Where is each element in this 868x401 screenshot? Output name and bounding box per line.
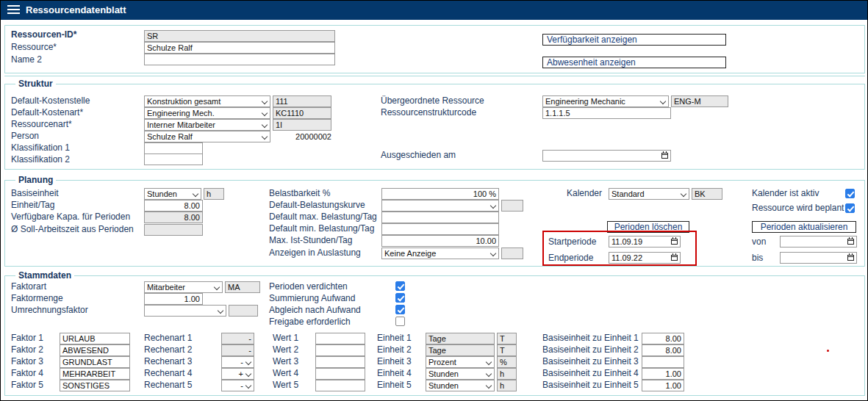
- ressourcenart-label: Ressourcenart*: [11, 119, 72, 130]
- einheit-dropdown[interactable]: Stunden: [426, 380, 495, 391]
- faktor-field[interactable]: SONSTIGES: [60, 380, 130, 391]
- rechenart-dropdown[interactable]: -: [221, 380, 254, 391]
- einheit-dropdown[interactable]: Prozent: [426, 356, 495, 368]
- rechenart-label: Rechenart 2: [144, 344, 192, 355]
- chevron-down-icon: [681, 191, 686, 197]
- faktor-field[interactable]: ABWESEND: [60, 344, 130, 356]
- faktor-field[interactable]: GRUNDLAST: [60, 356, 130, 368]
- startperiode-date-field[interactable]: 11.09.19: [609, 236, 681, 248]
- resource-id-field: SR: [144, 30, 335, 42]
- min-belastung-field[interactable]: [381, 223, 499, 235]
- faktorart-value: Mitarbeiter: [147, 283, 185, 292]
- default-kostenstelle-value: Konstruktion gesamt: [147, 97, 220, 106]
- faktor-row-label: Faktor 1: [11, 333, 43, 344]
- klassifikation1-field[interactable]: [144, 142, 203, 154]
- default-kostenstelle-dropdown[interactable]: Konstruktion gesamt: [144, 95, 270, 107]
- rechenart-dropdown[interactable]: -: [221, 356, 254, 368]
- title-bar: Ressourcendatenblatt: [1, 1, 867, 20]
- basiseinheit-dropdown[interactable]: Stunden: [144, 188, 201, 200]
- beplant-checkbox[interactable]: [845, 203, 855, 213]
- default-kostenart-label: Default-Kostenart*: [11, 107, 83, 118]
- chevron-down-icon: [193, 191, 198, 197]
- belastungskurve-dropdown[interactable]: [381, 200, 499, 212]
- uebergeordnete-ressource-dropdown[interactable]: Engineering Mechanic: [542, 95, 669, 107]
- wert-field[interactable]: [315, 344, 365, 356]
- chevron-down-icon: [245, 371, 251, 377]
- basiseinheit-zu-einheit-field[interactable]: 1.00: [642, 380, 684, 391]
- einheit-tag-field[interactable]: 8.00: [144, 200, 203, 212]
- auslastung-label: Anzeigen in Auslastung: [269, 248, 361, 259]
- rechenart-dropdown[interactable]: +: [221, 368, 254, 380]
- basiseinheit-zu-einheit-field[interactable]: [642, 356, 684, 368]
- calendar-icon[interactable]: [671, 239, 678, 245]
- freigabe-erforderlich-checkbox[interactable]: [395, 317, 405, 326]
- name2-label: Name 2: [11, 54, 42, 65]
- basiseinheit-zu-einheit-label: Basiseinheit zu Einheit 5: [542, 380, 639, 391]
- einheit-dropdown[interactable]: Stunden: [426, 368, 495, 380]
- basiseinheit-zu-einheit-field[interactable]: 1.00: [642, 368, 684, 380]
- faktor-row-label: Faktor 3: [11, 356, 43, 367]
- max-belastung-field[interactable]: [381, 212, 499, 223]
- wert-field[interactable]: [315, 333, 365, 344]
- perioden-loeschen-button[interactable]: Perioden löschen: [607, 221, 689, 233]
- belastungskurve-code-field: [501, 200, 523, 212]
- resource-id-label: Ressourcen-ID*: [11, 29, 76, 40]
- perioden-verdichten-checkbox[interactable]: [395, 281, 405, 291]
- bis-date-field[interactable]: [780, 252, 857, 264]
- klassifikation2-field[interactable]: [144, 153, 203, 165]
- wert-label: Wert 4: [273, 368, 298, 379]
- ressourcenstrukturcode-field[interactable]: 1.1.1.5: [542, 107, 671, 119]
- basiseinheit-zu-einheit-field[interactable]: 8.00: [642, 333, 684, 344]
- show-absence-button[interactable]: Abwesenheit anzeigen: [542, 57, 726, 68]
- wert-field[interactable]: [315, 356, 365, 368]
- wert-label: Wert 3: [273, 356, 298, 367]
- einheit-value: Stunden: [428, 369, 459, 378]
- faktormenge-label: Faktormenge: [11, 293, 63, 304]
- hamburger-menu-icon[interactable]: [7, 5, 20, 15]
- perioden-verdichten-label: Perioden verdichten: [269, 281, 348, 292]
- soll-arbeitszeit-field: [144, 224, 203, 236]
- einheit-value: Prozent: [428, 358, 456, 366]
- ist-stunden-field[interactable]: 10.00: [381, 235, 499, 247]
- umrechnungsfaktor-dropdown[interactable]: [144, 305, 226, 317]
- calendar-icon[interactable]: [847, 255, 854, 261]
- klassifikation2-label: Klassifikation 2: [11, 154, 70, 165]
- chevron-down-icon: [262, 134, 268, 140]
- faktor-row-label: Faktor 4: [11, 368, 43, 379]
- ausgeschieden-am-date-field[interactable]: [542, 150, 671, 162]
- show-availability-button[interactable]: Verfügbarkeit anzeigen: [542, 34, 726, 46]
- default-kostenart-dropdown[interactable]: Engineering Mech.: [144, 107, 270, 119]
- calendar-icon[interactable]: [847, 239, 854, 245]
- rechenart-field: -: [221, 344, 254, 356]
- chevron-down-icon: [262, 122, 268, 128]
- auslastung-dropdown[interactable]: Keine Anzeige: [381, 248, 499, 259]
- rechenart-field: -: [221, 333, 254, 344]
- belastbarkeit-field[interactable]: 100 %: [381, 188, 499, 200]
- wert-field[interactable]: [315, 368, 365, 380]
- faktor-field[interactable]: URLAUB: [60, 333, 130, 344]
- einheit-label: Einheit 4: [377, 368, 412, 379]
- faktor-field[interactable]: MEHRARBEIT: [60, 368, 130, 380]
- faktormenge-field[interactable]: 1.00: [144, 293, 203, 305]
- basiseinheit-zu-einheit-field[interactable]: 8.00: [642, 344, 684, 356]
- calendar-icon[interactable]: [671, 255, 678, 261]
- einheit-code-field: h: [497, 368, 517, 380]
- endperiode-date-field[interactable]: 11.09.22: [609, 252, 681, 264]
- person-value: Schulze Ralf: [147, 132, 193, 141]
- ressourcenart-dropdown[interactable]: Interner Mitarbeiter: [144, 119, 270, 131]
- resource-name-field[interactable]: Schulze Ralf: [144, 42, 335, 54]
- von-date-field[interactable]: [780, 236, 857, 248]
- calendar-icon[interactable]: [661, 153, 668, 159]
- perioden-aktualisieren-button[interactable]: Perioden aktualisieren: [752, 221, 856, 233]
- abgleich-aufwand-checkbox[interactable]: [395, 305, 405, 314]
- startperiode-value: 11.09.19: [611, 237, 642, 246]
- faktorart-dropdown[interactable]: Mitarbeiter: [144, 281, 223, 293]
- name2-field[interactable]: [144, 54, 335, 65]
- basiseinheit-zu-einheit-label: Basiseinheit zu Einheit 2: [542, 344, 639, 355]
- summierung-aufwand-checkbox[interactable]: [395, 293, 405, 303]
- kalender-aktiv-checkbox[interactable]: [845, 189, 855, 198]
- ressourcenart-value: Interner Mitarbeiter: [147, 120, 215, 129]
- person-dropdown[interactable]: Schulze Ralf: [144, 131, 270, 142]
- kalender-dropdown[interactable]: Standard: [609, 188, 689, 200]
- wert-field[interactable]: [315, 380, 365, 391]
